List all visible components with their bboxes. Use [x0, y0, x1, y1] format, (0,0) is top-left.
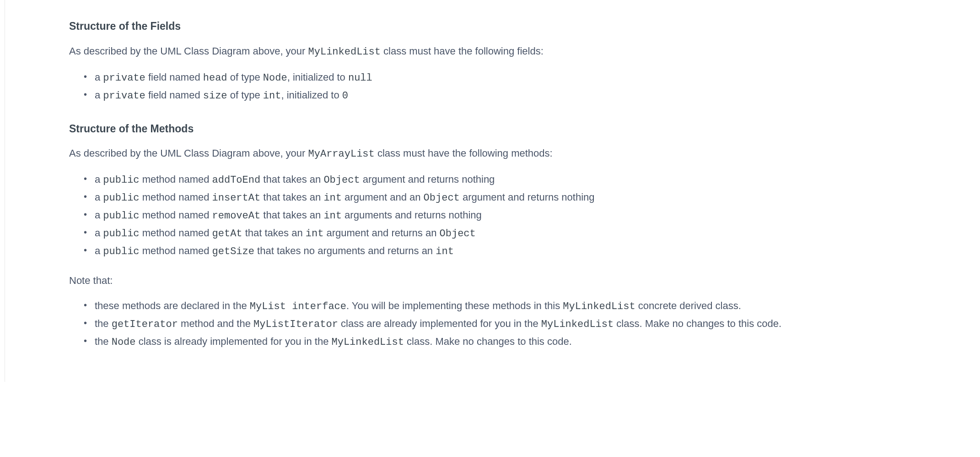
code-text: public: [103, 174, 139, 186]
methods-list: a public method named addToEnd that take…: [69, 171, 916, 260]
fields-list: a private field named head of type Node,…: [69, 69, 916, 104]
code-text: removeAt: [212, 210, 261, 222]
plain-text: . You will be implementing these methods…: [346, 300, 563, 311]
code-text: int: [323, 192, 342, 204]
code-text: Object: [440, 228, 476, 239]
plain-text: method named: [140, 245, 212, 256]
method-item: a public method named getAt that takes a…: [95, 224, 916, 242]
plain-text: of type: [227, 89, 263, 101]
plain-text: argument and returns nothing: [460, 191, 595, 203]
plain-text: a: [95, 209, 103, 221]
plain-text: a: [95, 71, 103, 83]
method-item: a public method named removeAt that take…: [95, 207, 916, 224]
code-text: public: [103, 210, 139, 222]
plain-text: method named: [140, 209, 212, 221]
methods-intro-pre: As described by the UML Class Diagram ab…: [69, 147, 308, 159]
plain-text: of type: [227, 71, 263, 83]
code-text: addToEnd: [212, 174, 261, 186]
plain-text: that takes an: [242, 227, 306, 239]
field-item: a private field named size of type int, …: [95, 87, 916, 104]
plain-text: the: [95, 336, 112, 347]
plain-text: argument and an: [342, 191, 424, 203]
plain-text: arguments and returns nothing: [342, 209, 482, 221]
plain-text: a: [95, 174, 103, 185]
plain-text: argument and returns an: [323, 227, 439, 239]
method-item: a public method named getSize that takes…: [95, 242, 916, 260]
code-text: private: [103, 90, 145, 102]
code-text: 0: [342, 90, 348, 102]
plain-text: that takes an: [260, 174, 323, 185]
plain-text: that takes no arguments and returns an: [254, 245, 436, 256]
fields-intro-code: MyLinkedList: [308, 46, 381, 58]
note-item: the getIterator method and the MyListIte…: [95, 315, 916, 333]
code-text: public: [103, 228, 139, 239]
code-text: getSize: [212, 246, 254, 257]
plain-text: argument and returns nothing: [360, 174, 495, 185]
methods-intro-post: class must have the following methods:: [375, 147, 553, 159]
methods-intro-code: MyArrayList: [308, 148, 375, 160]
code-text: MyLinkedList: [541, 319, 614, 330]
plain-text: field named: [145, 71, 203, 83]
plain-text: method named: [140, 174, 212, 185]
code-text: public: [103, 246, 139, 257]
code-text: null: [348, 72, 372, 84]
plain-text: that takes an: [260, 191, 323, 203]
code-text: getAt: [212, 228, 242, 239]
plain-text: these methods are declared in the: [95, 300, 250, 311]
code-text: int: [436, 246, 454, 257]
plain-text: method and the: [178, 318, 253, 329]
code-text: MyListIterator: [253, 319, 338, 330]
code-text: int: [263, 90, 281, 102]
plain-text: method named: [140, 191, 212, 203]
code-text: Object: [323, 174, 360, 186]
note-list: these methods are declared in the MyList…: [69, 297, 916, 351]
code-text: insertAt: [212, 192, 261, 204]
field-item: a private field named head of type Node,…: [95, 69, 916, 87]
note-item: the Node class is already implemented fo…: [95, 333, 916, 351]
code-text: private: [103, 72, 145, 84]
plain-text: method named: [140, 227, 212, 239]
fields-intro: As described by the UML Class Diagram ab…: [69, 44, 916, 60]
fields-intro-post: class must have the following fields:: [381, 45, 544, 57]
plain-text: , initialized to: [287, 71, 348, 83]
fields-intro-pre: As described by the UML Class Diagram ab…: [69, 45, 308, 57]
methods-intro: As described by the UML Class Diagram ab…: [69, 146, 916, 162]
plain-text: class are already implemented for you in…: [338, 318, 541, 329]
plain-text: class. Make no changes to this code.: [614, 318, 781, 329]
code-text: int: [306, 228, 324, 239]
plain-text: concrete derived class.: [635, 300, 741, 311]
plain-text: , initialized to: [281, 89, 342, 101]
plain-text: class. Make no changes to this code.: [404, 336, 572, 347]
note-intro: Note that:: [69, 273, 916, 288]
code-text: int: [323, 210, 342, 222]
code-text: head: [203, 72, 227, 84]
plain-text: a: [95, 245, 103, 256]
plain-text: field named: [145, 89, 203, 101]
plain-text: a: [95, 89, 103, 101]
code-text: Node: [263, 72, 287, 84]
code-text: public: [103, 192, 139, 204]
code-text: size: [203, 90, 227, 102]
code-text: Node: [112, 337, 136, 348]
plain-text: the: [95, 318, 112, 329]
method-item: a public method named insertAt that take…: [95, 189, 916, 207]
plain-text: that takes an: [260, 209, 323, 221]
methods-heading: Structure of the Methods: [69, 121, 916, 137]
fields-heading: Structure of the Fields: [69, 18, 916, 34]
code-text: Object: [424, 192, 460, 204]
code-text: MyList interface: [250, 301, 346, 312]
method-item: a public method named addToEnd that take…: [95, 171, 916, 189]
code-text: MyLinkedList: [332, 337, 404, 348]
code-text: getIterator: [112, 319, 178, 330]
plain-text: a: [95, 191, 103, 203]
code-text: MyLinkedList: [563, 301, 635, 312]
plain-text: class is already implemented for you in …: [136, 336, 332, 347]
plain-text: a: [95, 227, 103, 239]
note-item: these methods are declared in the MyList…: [95, 297, 916, 315]
